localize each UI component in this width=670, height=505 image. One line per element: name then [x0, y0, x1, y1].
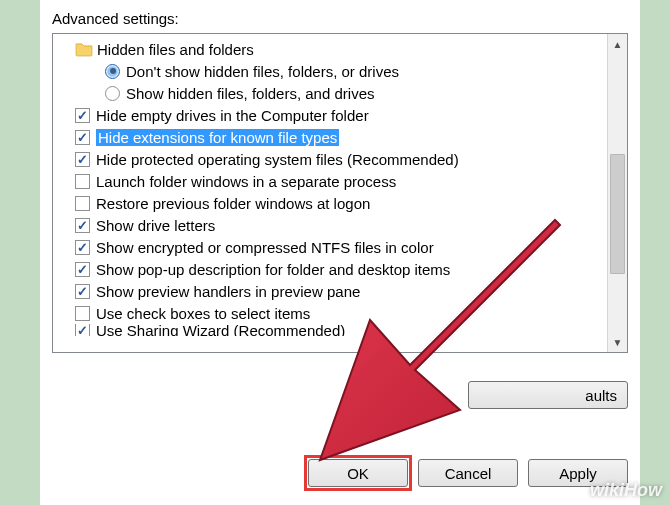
scrollbar[interactable]: ▲ ▼	[607, 34, 627, 352]
checkbox-label: Hide extensions for known file types	[96, 129, 339, 146]
checkbox-option[interactable]: Hide protected operating system files (R…	[59, 148, 601, 170]
restore-defaults-button[interactable]: aults	[468, 381, 628, 409]
checkbox-label: Show drive letters	[96, 217, 215, 234]
checkbox-option[interactable]: Use Sharing Wizard (Recommended)	[59, 324, 601, 336]
cancel-button[interactable]: Cancel	[418, 459, 518, 487]
checkbox-icon[interactable]	[75, 152, 90, 167]
checkbox-icon[interactable]	[75, 262, 90, 277]
checkbox-icon[interactable]	[75, 240, 90, 255]
checkbox-label: Use check boxes to select items	[96, 305, 310, 322]
checkbox-option[interactable]: Hide extensions for known file types	[59, 126, 601, 148]
checkbox-icon[interactable]	[75, 174, 90, 189]
checkbox-option[interactable]: Show pop-up description for folder and d…	[59, 258, 601, 280]
folder-icon	[75, 41, 93, 57]
checkbox-icon[interactable]	[75, 306, 90, 321]
dialog-buttons: OK Cancel Apply	[308, 459, 628, 487]
tree-content: Hidden files and folders Don't show hidd…	[53, 34, 607, 352]
scroll-down-icon[interactable]: ▼	[608, 332, 627, 352]
checkbox-label: Use Sharing Wizard (Recommended)	[96, 324, 345, 336]
checkbox-option[interactable]: Restore previous folder windows at logon	[59, 192, 601, 214]
checkbox-label: Show preview handlers in preview pane	[96, 283, 360, 300]
checkbox-option[interactable]: Launch folder windows in a separate proc…	[59, 170, 601, 192]
checkbox-label: Launch folder windows in a separate proc…	[96, 173, 396, 190]
checkbox-label: Restore previous folder windows at logon	[96, 195, 370, 212]
checkbox-label: Show encrypted or compressed NTFS files …	[96, 239, 434, 256]
checkbox-icon[interactable]	[75, 196, 90, 211]
radio-label: Show hidden files, folders, and drives	[126, 85, 374, 102]
checkbox-label: Hide empty drives in the Computer folder	[96, 107, 369, 124]
advanced-settings-label: Advanced settings:	[52, 10, 628, 27]
radio-option[interactable]: Don't show hidden files, folders, or dri…	[59, 60, 601, 82]
scroll-up-icon[interactable]: ▲	[608, 34, 627, 54]
checkbox-option[interactable]: Show drive letters	[59, 214, 601, 236]
group-hidden-files: Hidden files and folders	[59, 38, 601, 60]
checkbox-label: Hide protected operating system files (R…	[96, 151, 459, 168]
checkbox-option[interactable]: Hide empty drives in the Computer folder	[59, 104, 601, 126]
group-label: Hidden files and folders	[97, 41, 254, 58]
radio-option[interactable]: Show hidden files, folders, and drives	[59, 82, 601, 104]
radio-icon[interactable]	[105, 64, 120, 79]
radio-icon[interactable]	[105, 86, 120, 101]
scroll-thumb[interactable]	[610, 154, 625, 274]
checkbox-icon[interactable]	[75, 284, 90, 299]
checkbox-icon[interactable]	[75, 324, 90, 336]
settings-tree: Hidden files and folders Don't show hidd…	[52, 33, 628, 353]
checkbox-icon[interactable]	[75, 108, 90, 123]
checkbox-label: Show pop-up description for folder and d…	[96, 261, 450, 278]
ok-button[interactable]: OK	[308, 459, 408, 487]
checkbox-icon[interactable]	[75, 218, 90, 233]
checkbox-option[interactable]: Show encrypted or compressed NTFS files …	[59, 236, 601, 258]
dialog-panel: Advanced settings: Hidden files and fold…	[40, 0, 640, 505]
checkbox-option[interactable]: Use check boxes to select items	[59, 302, 601, 324]
checkbox-icon[interactable]	[75, 130, 90, 145]
checkbox-option[interactable]: Show preview handlers in preview pane	[59, 280, 601, 302]
scroll-track[interactable]	[608, 54, 627, 332]
watermark: wikiHow	[590, 480, 662, 501]
radio-label: Don't show hidden files, folders, or dri…	[126, 63, 399, 80]
